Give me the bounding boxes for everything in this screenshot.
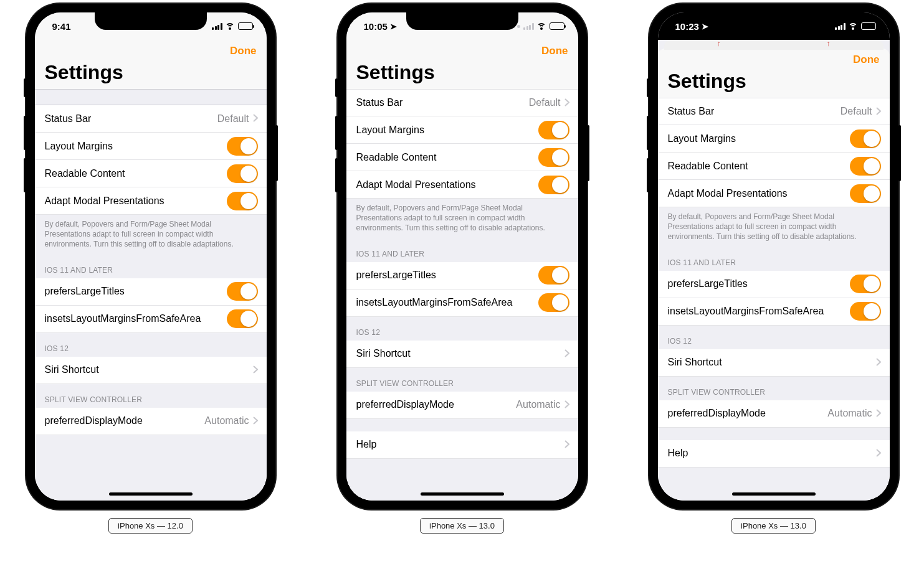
settings-row[interactable]: Adapt Modal Presentations: [658, 180, 890, 207]
settings-row[interactable]: Layout Margins: [35, 133, 267, 160]
toggle-switch[interactable]: [850, 302, 881, 321]
settings-row[interactable]: Siri Shortcut: [658, 349, 890, 377]
settings-row[interactable]: insetsLayoutMarginsFromSafeArea: [35, 306, 267, 333]
device-notch: [406, 12, 518, 30]
settings-list[interactable]: Status BarDefaultLayout MarginsReadable …: [35, 89, 267, 501]
wifi-icon: [849, 23, 858, 30]
done-button[interactable]: Done: [541, 45, 568, 57]
section-header: SPLIT VIEW CONTROLLER: [658, 377, 890, 400]
row-label: Adapt Modal Presentations: [45, 195, 227, 207]
toggle-switch[interactable]: [850, 157, 881, 176]
settings-row[interactable]: preferredDisplayModeAutomatic: [35, 408, 267, 435]
chevron-right-icon: [564, 96, 569, 110]
row-label: Siri Shortcut: [45, 364, 253, 375]
device-caption: iPhone Xs — 12.0: [108, 518, 193, 534]
home-indicator: [109, 492, 193, 496]
row-label: Layout Margins: [356, 125, 538, 136]
settings-row[interactable]: Siri Shortcut: [35, 357, 267, 384]
section-header: IOS 11 AND LATER: [35, 255, 267, 278]
section-spacer: [346, 419, 578, 431]
page-title: Settings: [35, 60, 267, 89]
settings-row[interactable]: insetsLayoutMarginsFromSafeArea: [658, 298, 890, 326]
settings-row[interactable]: prefersLargeTitles: [658, 271, 890, 298]
settings-row[interactable]: Readable Content: [346, 144, 578, 171]
toggle-switch[interactable]: [850, 275, 881, 293]
wifi-icon: [226, 23, 235, 30]
toggle-switch[interactable]: [227, 164, 258, 183]
row-label: Help: [668, 448, 876, 459]
settings-row[interactable]: prefersLargeTitles: [35, 278, 267, 306]
toggle-switch[interactable]: [850, 184, 881, 203]
settings-row[interactable]: Layout Margins: [658, 125, 890, 153]
settings-row[interactable]: Adapt Modal Presentations: [35, 187, 267, 215]
section-header: SPLIT VIEW CONTROLLER: [35, 384, 267, 408]
row-label: Layout Margins: [45, 141, 227, 152]
settings-row[interactable]: preferredDisplayModeAutomatic: [346, 392, 578, 419]
settings-row[interactable]: insetsLayoutMarginsFromSafeArea: [346, 289, 578, 317]
settings-row[interactable]: Help: [658, 440, 890, 468]
toggle-switch[interactable]: [538, 121, 569, 139]
row-label: prefersLargeTitles: [45, 286, 227, 297]
row-label: Readable Content: [45, 168, 227, 179]
row-value: Automatic: [204, 415, 249, 426]
wifi-icon: [537, 23, 546, 30]
row-value: Automatic: [516, 399, 560, 410]
row-label: Help: [356, 439, 564, 450]
settings-row[interactable]: Adapt Modal Presentations: [346, 171, 578, 199]
settings-list[interactable]: Status BarDefaultLayout MarginsReadable …: [658, 98, 890, 501]
row-label: Status Bar: [45, 113, 217, 125]
row-label: Siri Shortcut: [668, 357, 876, 368]
location-icon: ➤: [702, 22, 708, 31]
toggle-switch[interactable]: [227, 192, 258, 210]
settings-list[interactable]: Status BarDefaultLayout MarginsReadable …: [346, 89, 578, 501]
done-button[interactable]: Done: [853, 54, 880, 66]
chevron-right-icon: [253, 415, 258, 428]
row-label: prefersLargeTitles: [668, 278, 850, 289]
chevron-right-icon: [876, 356, 881, 369]
section-footer: By default, Popovers and Form/Page Sheet…: [346, 199, 578, 238]
row-label: preferredDisplayMode: [668, 408, 828, 419]
row-value: Default: [217, 113, 249, 125]
settings-row[interactable]: prefersLargeTitles: [346, 262, 578, 289]
row-value: Default: [841, 106, 872, 117]
chevron-right-icon: [253, 112, 258, 125]
battery-icon: [861, 22, 876, 30]
settings-row[interactable]: Status BarDefault: [346, 89, 578, 116]
battery-icon: [550, 22, 564, 30]
settings-row[interactable]: preferredDisplayModeAutomatic: [658, 400, 890, 428]
toggle-switch[interactable]: [538, 293, 569, 312]
settings-row[interactable]: Layout Margins: [346, 116, 578, 144]
nav-bar: Done: [346, 40, 578, 60]
page-title: Settings: [346, 60, 578, 89]
chevron-right-icon: [876, 447, 881, 460]
section-spacer: [658, 428, 890, 440]
toggle-switch[interactable]: [538, 148, 569, 167]
toggle-switch[interactable]: [227, 137, 258, 156]
settings-row[interactable]: Siri Shortcut: [346, 341, 578, 368]
settings-row[interactable]: Status BarDefault: [35, 105, 267, 133]
settings-row[interactable]: Help: [346, 431, 578, 459]
device-screen: 9:41DoneSettingsStatus BarDefaultLayout …: [35, 12, 267, 501]
section-spacer: [35, 89, 267, 105]
section-header: SPLIT VIEW CONTROLLER: [346, 368, 578, 392]
toggle-switch[interactable]: [538, 266, 569, 285]
modal-sheet: DoneSettingsStatus BarDefaultLayout Marg…: [658, 49, 890, 501]
row-label: Readable Content: [356, 152, 538, 163]
done-button[interactable]: Done: [230, 45, 257, 57]
device-frame: 9:41DoneSettingsStatus BarDefaultLayout …: [26, 4, 275, 509]
page-title: Settings: [658, 68, 890, 98]
section-footer: By default, Popovers and Form/Page Sheet…: [658, 207, 890, 247]
row-label: Layout Margins: [668, 133, 850, 144]
settings-row[interactable]: Readable Content: [35, 160, 267, 187]
settings-row[interactable]: Readable Content: [658, 153, 890, 180]
section-header: IOS 11 AND LATER: [658, 247, 890, 271]
row-label: Adapt Modal Presentations: [668, 188, 850, 199]
toggle-switch[interactable]: [850, 129, 881, 148]
toggle-switch[interactable]: [227, 309, 258, 328]
device-notch: [95, 12, 207, 30]
device-frame: 10:23 ➤↑↑DoneSettingsStatus BarDefaultLa…: [649, 4, 898, 509]
toggle-switch[interactable]: [227, 282, 258, 301]
section-header: IOS 12: [658, 326, 890, 349]
settings-row[interactable]: Status BarDefault: [658, 98, 890, 125]
toggle-switch[interactable]: [538, 176, 569, 194]
